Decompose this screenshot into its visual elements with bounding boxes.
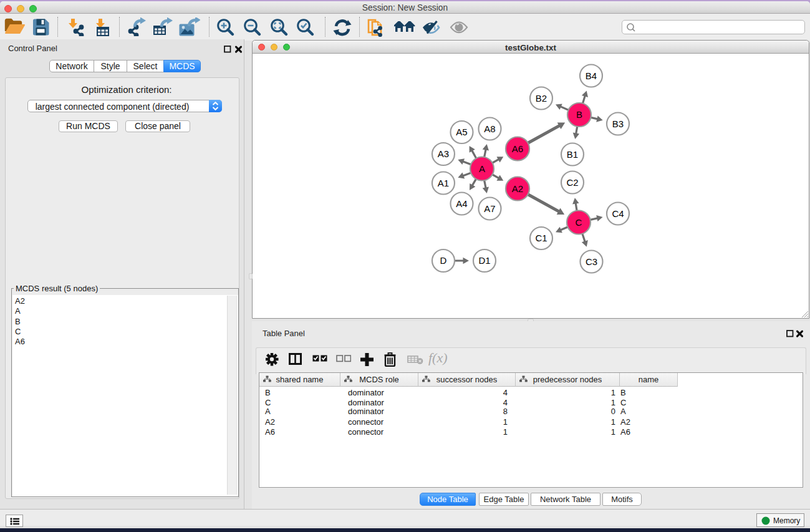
svg-text:B4: B4 bbox=[586, 70, 597, 81]
svg-text:C3: C3 bbox=[586, 256, 597, 267]
svg-text:A4: A4 bbox=[456, 198, 467, 209]
svg-text:A8: A8 bbox=[484, 123, 495, 134]
svg-text:A3: A3 bbox=[438, 148, 449, 159]
svg-text:B: B bbox=[576, 109, 582, 120]
svg-text:C: C bbox=[576, 217, 582, 228]
svg-text:A2: A2 bbox=[512, 183, 523, 194]
svg-text:C1: C1 bbox=[535, 233, 547, 243]
svg-text:A5: A5 bbox=[456, 127, 467, 137]
svg-text:D: D bbox=[440, 255, 447, 266]
svg-text:C2: C2 bbox=[566, 177, 578, 188]
svg-text:C4: C4 bbox=[612, 208, 624, 219]
svg-text:B2: B2 bbox=[536, 93, 547, 104]
svg-text:A: A bbox=[479, 163, 485, 174]
svg-text:A1: A1 bbox=[438, 178, 449, 188]
svg-text:D1: D1 bbox=[478, 255, 490, 266]
svg-text:B1: B1 bbox=[567, 149, 578, 160]
svg-text:B3: B3 bbox=[612, 118, 624, 129]
svg-text:A7: A7 bbox=[484, 203, 495, 214]
svg-text:A6: A6 bbox=[512, 143, 523, 154]
